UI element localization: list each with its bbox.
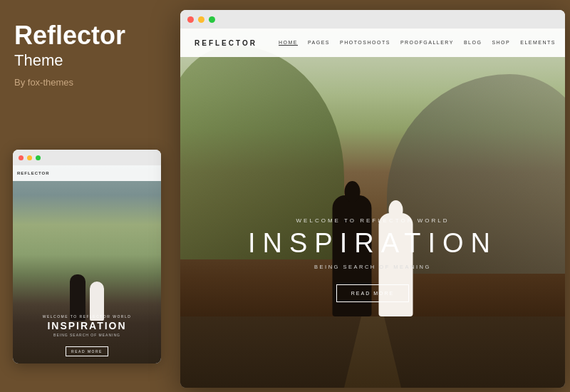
- large-background: [180, 29, 565, 388]
- small-browser-mockup: REFLECTOR WELCOME TO REFLECTOR WORLD INS…: [13, 150, 161, 363]
- large-browser-content: REFLECTOR HOME PAGES PHOTOSHOOTS PROOFGA…: [180, 29, 565, 388]
- minimize-dot-large[interactable]: [198, 16, 204, 23]
- maximize-dot-large[interactable]: [209, 16, 215, 23]
- small-nav-logo: REFLECTOR: [17, 171, 50, 175]
- close-dot-small[interactable]: [19, 155, 24, 160]
- large-overlay: WELCOME TO REFLECTOR WORLD INSPIRATION B…: [180, 217, 565, 302]
- small-overlay: WELCOME TO REFLECTOR WORLD INSPIRATION B…: [13, 307, 161, 363]
- large-tagline-text: BEING SEARCH OF MEANING: [180, 264, 565, 270]
- theme-subtitle: Theme: [14, 51, 160, 70]
- ground: [180, 316, 565, 388]
- large-inspiration-text: INSPIRATION: [180, 229, 565, 257]
- large-nav-items: HOME PAGES PHOTOSHOOTS PROOFGALLERY BLOG…: [279, 40, 556, 46]
- small-welcome-text: WELCOME TO REFLECTOR WORLD: [20, 314, 154, 319]
- large-welcome-text: WELCOME TO REFLECTOR WORLD: [180, 217, 565, 224]
- nav-item-photoshoots[interactable]: PHOTOSHOOTS: [340, 40, 390, 46]
- nav-item-proofgallery[interactable]: PROOFGALLERY: [400, 40, 454, 46]
- minimize-dot-small[interactable]: [27, 155, 32, 160]
- close-dot-large[interactable]: [187, 16, 194, 23]
- small-browser-titlebar: [13, 150, 161, 165]
- theme-title: Reflector: [14, 21, 160, 50]
- nav-item-blog[interactable]: BLOG: [464, 40, 482, 46]
- large-nav-logo: REFLECTOR: [195, 39, 257, 47]
- path: [344, 316, 401, 388]
- nav-item-pages[interactable]: PAGES: [308, 40, 330, 46]
- maximize-dot-small[interactable]: [36, 155, 41, 160]
- small-tagline-text: BEING SEARCH OF MEANING: [20, 333, 154, 337]
- nav-item-elements[interactable]: ELEMENTS: [520, 40, 556, 46]
- small-nav: REFLECTOR: [13, 165, 161, 181]
- theme-by: By fox-themes: [14, 77, 160, 88]
- large-browser-mockup: REFLECTOR HOME PAGES PHOTOSHOOTS PROOFGA…: [180, 10, 565, 388]
- small-background: REFLECTOR WELCOME TO REFLECTOR WORLD INS…: [13, 165, 161, 363]
- nav-item-shop[interactable]: SHOP: [492, 40, 510, 46]
- left-panel: Reflector Theme By fox-themes REFLECTOR …: [0, 0, 175, 392]
- small-browser-content: REFLECTOR WELCOME TO REFLECTOR WORLD INS…: [13, 165, 161, 363]
- nav-item-home[interactable]: HOME: [279, 40, 298, 46]
- large-nav: REFLECTOR HOME PAGES PHOTOSHOOTS PROOFGA…: [180, 29, 565, 57]
- small-cta-button[interactable]: READ MORE: [66, 346, 108, 356]
- small-inspiration-text: INSPIRATION: [20, 321, 154, 331]
- large-cta-button[interactable]: READ MORE: [336, 284, 409, 302]
- large-browser-titlebar: [180, 10, 565, 29]
